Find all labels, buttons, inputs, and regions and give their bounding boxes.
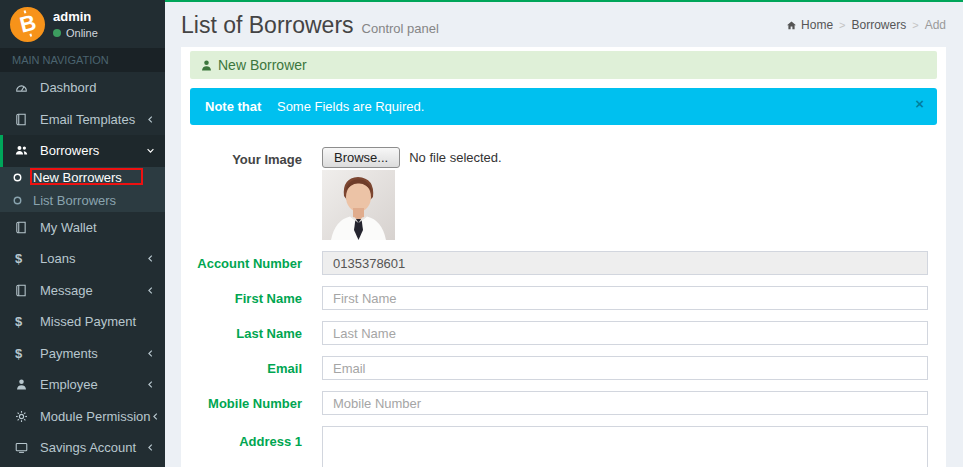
user-name: admin	[53, 9, 98, 24]
dollar-icon: $	[15, 346, 35, 361]
your-image-row: Your Image Browse... No file selected.	[190, 147, 937, 240]
info-alert: Note that Some Fields are Rquired. ×	[190, 88, 937, 125]
browse-button[interactable]: Browse...	[322, 147, 400, 168]
sidebar-item-missed-payment[interactable]: $ Missed Payment	[0, 306, 165, 338]
user-status: Online	[66, 27, 98, 39]
chevron-left-icon	[143, 254, 155, 263]
nav-header: MAIN NAVIGATION	[0, 48, 165, 72]
dashboard-icon	[15, 81, 35, 94]
sidebar-item-my-wallet[interactable]: My Wallet	[0, 212, 165, 244]
your-image-label: Your Image	[190, 147, 302, 240]
chevron-down-icon	[143, 146, 155, 155]
chevron-left-icon	[143, 115, 155, 124]
alert-bold-text: Note that	[205, 99, 261, 114]
borrower-photo	[322, 170, 395, 240]
chevron-left-icon	[143, 443, 155, 452]
mobile-number-label: Mobile Number	[190, 391, 302, 415]
sidebar-item-payments[interactable]: $ Payments	[0, 338, 165, 370]
home-icon	[786, 20, 797, 31]
file-status-text: No file selected.	[409, 150, 502, 165]
first-name-row: First Name	[190, 286, 937, 310]
content-area: List of Borrowers Control panel Home > B…	[165, 0, 963, 467]
breadcrumb-current: Add	[925, 18, 946, 32]
breadcrumb: Home > Borrowers > Add	[786, 18, 946, 32]
tv-icon	[15, 441, 35, 454]
email-input[interactable]	[322, 356, 928, 380]
circle-o-icon	[13, 173, 33, 182]
email-row: Email	[190, 356, 937, 380]
close-icon[interactable]: ×	[915, 96, 924, 111]
mobile-number-input[interactable]	[322, 391, 928, 415]
person-icon	[200, 59, 213, 72]
sidebar-item-email-templates[interactable]: Email Templates	[0, 104, 165, 136]
book-icon	[15, 113, 35, 126]
circle-o-icon	[13, 196, 33, 205]
sidebar-item-employee[interactable]: Employee	[0, 369, 165, 401]
address-1-label: Address 1	[190, 426, 302, 467]
chevron-left-icon	[143, 380, 155, 389]
new-borrower-form: Your Image Browse... No file selected.	[190, 125, 937, 467]
online-status-icon	[53, 29, 61, 37]
dollar-icon: $	[15, 314, 35, 329]
new-borrower-box: New Borrower Note that Some Fields are R…	[181, 47, 946, 467]
sidebar-item-dashboard[interactable]: Dashbord	[0, 72, 165, 104]
sidebar-item-module-permission[interactable]: Module Permission	[0, 401, 165, 433]
last-name-label: Last Name	[190, 321, 302, 345]
last-name-row: Last Name	[190, 321, 937, 345]
sidebar-item-savings-account[interactable]: Savings Account	[0, 432, 165, 464]
email-label: Email	[190, 356, 302, 380]
chevron-left-icon	[143, 349, 155, 358]
book-icon	[15, 221, 35, 234]
account-number-input	[322, 251, 928, 275]
page-subtitle: Control panel	[362, 21, 439, 36]
borrowers-submenu: New Borrowers List Borrowers	[0, 167, 165, 212]
sidebar-item-list-borrowers[interactable]: List Borrowers	[0, 189, 165, 212]
content-header: List of Borrowers Control panel Home > B…	[165, 2, 963, 47]
alert-message: Some Fields are Rquired.	[277, 99, 424, 114]
book-icon	[15, 284, 35, 297]
address-1-textarea[interactable]	[322, 426, 928, 467]
account-number-row: Account Number	[190, 251, 937, 275]
sidebar-item-new-borrowers[interactable]: New Borrowers	[0, 167, 165, 190]
last-name-input[interactable]	[322, 321, 928, 345]
user-panel: B admin Online	[0, 0, 165, 48]
chevron-left-icon	[151, 412, 160, 421]
cogs-icon	[15, 410, 35, 423]
account-number-label: Account Number	[190, 251, 302, 275]
sidebar-item-message[interactable]: Message	[0, 275, 165, 307]
dollar-icon: $	[15, 251, 35, 266]
page-title: List of Borrowers	[181, 12, 354, 39]
address-1-row: Address 1	[190, 426, 937, 467]
sidebar-item-borrowers[interactable]: Borrowers	[0, 135, 165, 167]
sidebar-item-loans[interactable]: $ Loans	[0, 243, 165, 275]
users-icon	[15, 144, 35, 157]
breadcrumb-home[interactable]: Home	[801, 18, 833, 32]
user-icon	[15, 378, 35, 391]
panel-heading: New Borrower	[190, 51, 937, 79]
sidebar: B admin Online MAIN NAVIGATION Dashbord …	[0, 0, 165, 467]
bitcoin-logo-icon: B	[10, 7, 45, 42]
breadcrumb-borrowers[interactable]: Borrowers	[852, 18, 907, 32]
chevron-left-icon	[143, 286, 155, 295]
mobile-number-row: Mobile Number	[190, 391, 937, 415]
first-name-input[interactable]	[322, 286, 928, 310]
first-name-label: First Name	[190, 286, 302, 310]
